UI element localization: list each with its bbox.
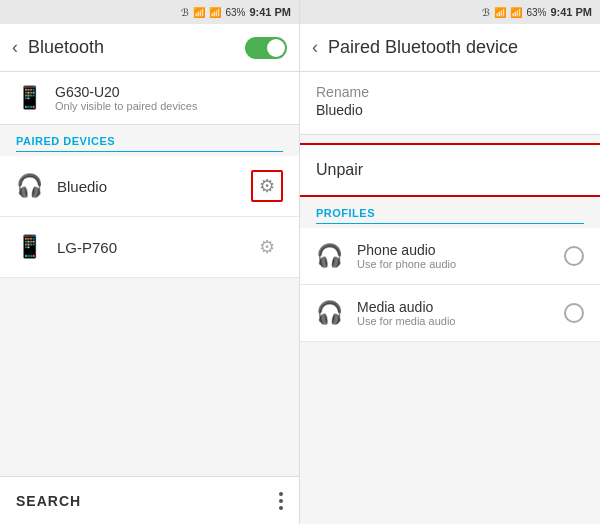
media-audio-radio[interactable] bbox=[564, 303, 584, 323]
back-button-left[interactable]: ‹ bbox=[12, 37, 18, 58]
profiles-divider bbox=[316, 223, 584, 224]
profiles-section-header: PROFILES bbox=[300, 197, 600, 223]
lg-device-item[interactable]: 📱 LG-P760 ⚙ bbox=[0, 217, 299, 278]
lg-settings-button[interactable]: ⚙ bbox=[251, 231, 283, 263]
bluetooth-toggle[interactable] bbox=[245, 37, 287, 59]
status-bar-right: ℬ 📶 📶 63% 9:41 PM bbox=[300, 0, 600, 24]
left-content: 📱 G630-U20 Only visible to paired device… bbox=[0, 72, 299, 476]
time-display-left: 9:41 PM bbox=[249, 6, 291, 18]
phone-audio-icon: 🎧 bbox=[316, 243, 343, 269]
battery-text-right: 63% bbox=[526, 7, 546, 18]
my-device-subtitle: Only visible to paired devices bbox=[55, 100, 197, 112]
lg-device-name: LG-P760 bbox=[57, 239, 237, 256]
media-audio-name: Media audio bbox=[357, 299, 550, 315]
more-dot-2 bbox=[279, 499, 283, 503]
my-device-icon: 📱 bbox=[16, 85, 43, 111]
bt-status-right: ℬ bbox=[482, 7, 490, 18]
my-device-name: G630-U20 bbox=[55, 84, 197, 100]
media-audio-desc: Use for media audio bbox=[357, 315, 550, 327]
search-button[interactable]: SEARCH bbox=[16, 493, 81, 509]
bluedio-name: Bluedio bbox=[57, 178, 237, 195]
battery-text: 63% bbox=[225, 7, 245, 18]
bottom-bar-left: SEARCH bbox=[0, 476, 299, 524]
bluedio-icon: 🎧 bbox=[16, 173, 43, 199]
left-panel: ℬ 📶 📶 63% 9:41 PM ‹ Bluetooth 📱 G630-U20… bbox=[0, 0, 300, 524]
top-bar-right: ‹ Paired Bluetooth device bbox=[300, 24, 600, 72]
phone-audio-radio[interactable] bbox=[564, 246, 584, 266]
more-dot-1 bbox=[279, 492, 283, 496]
signal-icon: 📶 bbox=[209, 7, 221, 18]
paired-divider bbox=[16, 151, 283, 152]
phone-audio-desc: Use for phone audio bbox=[357, 258, 550, 270]
my-device-item: 📱 G630-U20 Only visible to paired device… bbox=[0, 72, 299, 125]
signal-icon-right: 📶 bbox=[510, 7, 522, 18]
rename-section: Rename Bluedio bbox=[300, 72, 600, 135]
more-dot-3 bbox=[279, 506, 283, 510]
phone-audio-name: Phone audio bbox=[357, 242, 550, 258]
lg-device-icon: 📱 bbox=[16, 234, 43, 260]
wifi-icon-right: 📶 bbox=[494, 7, 506, 18]
top-bar-left: ‹ Bluetooth bbox=[0, 24, 299, 72]
unpair-button[interactable]: Unpair bbox=[300, 143, 600, 197]
phone-audio-item[interactable]: 🎧 Phone audio Use for phone audio bbox=[300, 228, 600, 285]
rename-label: Rename bbox=[316, 84, 584, 100]
bluedio-settings-button[interactable]: ⚙ bbox=[251, 170, 283, 202]
media-audio-item[interactable]: 🎧 Media audio Use for media audio bbox=[300, 285, 600, 342]
right-panel: ℬ 📶 📶 63% 9:41 PM ‹ Paired Bluetooth dev… bbox=[300, 0, 600, 524]
bluedio-device-item[interactable]: 🎧 Bluedio ⚙ bbox=[0, 156, 299, 217]
rename-value: Bluedio bbox=[316, 102, 584, 118]
page-title-paired: Paired Bluetooth device bbox=[328, 37, 588, 58]
paired-section-header: PAIRED DEVICES bbox=[0, 125, 299, 151]
time-display-right: 9:41 PM bbox=[550, 6, 592, 18]
page-title-bluetooth: Bluetooth bbox=[28, 37, 235, 58]
wifi-icon: 📶 bbox=[193, 7, 205, 18]
bluetooth-status-icon: ℬ bbox=[181, 7, 189, 18]
media-audio-icon: 🎧 bbox=[316, 300, 343, 326]
back-button-right[interactable]: ‹ bbox=[312, 37, 318, 58]
status-bar-left: ℬ 📶 📶 63% 9:41 PM bbox=[0, 0, 299, 24]
more-options-button[interactable] bbox=[279, 492, 283, 510]
